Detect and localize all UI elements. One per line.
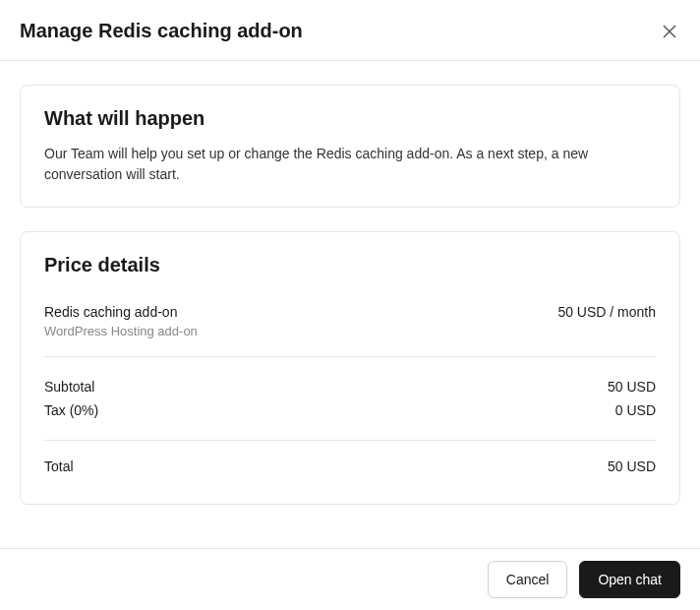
tax-row: Tax (0%) 0 USD: [44, 398, 656, 422]
price-item-sub: WordPress Hosting add-on: [44, 324, 198, 338]
total-label: Total: [44, 458, 74, 474]
total-block: Total 50 USD: [44, 441, 656, 474]
price-details-title: Price details: [44, 254, 656, 276]
tax-value: 0 USD: [615, 402, 656, 418]
tax-label: Tax (0%): [44, 402, 98, 418]
price-item-left: Redis caching add-on WordPress Hosting a…: [44, 304, 198, 338]
page-title: Manage Redis caching add-on: [20, 20, 303, 42]
info-description: Our Team will help you set up or change …: [44, 144, 656, 185]
price-item-value: 50 USD / month: [557, 304, 656, 320]
total-value: 50 USD: [608, 458, 656, 474]
subtotal-value: 50 USD: [608, 379, 656, 395]
close-button[interactable]: [659, 21, 680, 42]
total-row: Total 50 USD: [44, 458, 656, 474]
info-card: What will happen Our Team will help you …: [20, 85, 680, 208]
price-details-card: Price details Redis caching add-on WordP…: [20, 231, 680, 505]
subtotal-label: Subtotal: [44, 379, 94, 395]
price-line-item: Redis caching add-on WordPress Hosting a…: [44, 304, 656, 356]
close-icon: [663, 25, 676, 38]
info-title: What will happen: [44, 107, 656, 130]
cancel-button[interactable]: Cancel: [488, 561, 568, 598]
price-item-name: Redis caching add-on: [44, 304, 198, 320]
modal-content: What will happen Our Team will help you …: [0, 61, 700, 552]
modal-header: Manage Redis caching add-on: [0, 0, 700, 61]
subtotal-row: Subtotal 50 USD: [44, 375, 656, 398]
modal-footer: Cancel Open chat: [0, 548, 700, 610]
price-summary: Subtotal 50 USD Tax (0%) 0 USD: [44, 357, 656, 440]
open-chat-button[interactable]: Open chat: [579, 561, 680, 598]
